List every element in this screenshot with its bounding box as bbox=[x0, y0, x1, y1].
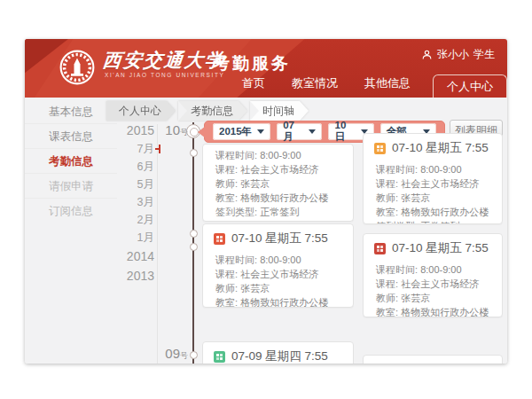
university-logo-icon bbox=[59, 49, 96, 86]
user-role: 学生 bbox=[473, 47, 495, 62]
app-window: 西安交通大学 XI'AN JIAO TONG UNIVERSITY 考勤服务 张… bbox=[25, 39, 507, 364]
timeline-node-small-2 bbox=[190, 230, 198, 238]
user-menu[interactable]: 张小小 学生 bbox=[421, 47, 495, 62]
breadcrumb: 个人中心 考勤信息 时间轴 bbox=[106, 101, 311, 121]
nav-item-classrooms[interactable]: 教室情况 bbox=[292, 75, 338, 91]
field-teacher: 教师: 张芸京 bbox=[376, 191, 495, 205]
field-teacher: 教师: 张芸京 bbox=[215, 281, 346, 295]
user-name: 张小小 bbox=[437, 47, 469, 62]
month-select[interactable]: 07月 bbox=[277, 123, 322, 140]
card-title: 07-10 星期五 7:55 bbox=[392, 240, 489, 256]
timeline-day-label-10: 10号 bbox=[149, 122, 188, 138]
person-icon bbox=[421, 49, 433, 60]
attendance-card-row3-left: 07-09 星期四 7:55 bbox=[202, 341, 354, 364]
card-header: 07-10 星期五 7:55 bbox=[364, 134, 502, 159]
field-classroom: 教室: 格物致知行政办公楼 bbox=[376, 305, 495, 317]
rail-month-june[interactable]: 6月 bbox=[117, 158, 154, 176]
card-title: 07-09 星期四 7:55 bbox=[231, 348, 328, 364]
university-name-cn: 西安交通大学 bbox=[102, 48, 227, 73]
nav-tab-personal-center[interactable]: 个人中心 bbox=[433, 74, 507, 98]
checkin-calendar-green-icon bbox=[214, 351, 225, 363]
timeline-node-small-3 bbox=[190, 243, 198, 251]
field-course: 课程: 社会主义市场经济 bbox=[376, 277, 495, 291]
current-month-marker bbox=[155, 145, 160, 153]
page-canvas: 西安交通大学 XI'AN JIAO TONG UNIVERSITY 考勤服务 张… bbox=[0, 0, 532, 399]
checkin-calendar-red-icon bbox=[374, 243, 386, 254]
main-nav: 首页 教室情况 其他信息 个人中心 bbox=[229, 74, 507, 98]
sidebar-item-subscription-info[interactable]: 订阅信息 bbox=[25, 199, 117, 223]
field-teacher: 教师: 张芸京 bbox=[215, 176, 346, 191]
timeline-day-label-09: 09号 bbox=[149, 346, 188, 362]
checkin-calendar-orange-icon bbox=[374, 143, 386, 154]
date-rail: 2015 7月 6月 5月 3月 2月 1月 2014 2013 bbox=[117, 121, 154, 286]
field-classroom: 教室: 格物致知行政办公楼 bbox=[215, 191, 346, 205]
sidebar-menu: 基本信息 课表信息 考勤信息 请假申请 订阅信息 bbox=[25, 99, 117, 223]
checkin-calendar-vermilion-icon bbox=[214, 233, 225, 245]
timeline-node-day09[interactable] bbox=[190, 351, 198, 359]
rail-month-january[interactable]: 1月 bbox=[117, 229, 154, 246]
rail-month-march[interactable]: 3月 bbox=[117, 193, 154, 211]
rail-month-may[interactable]: 5月 bbox=[117, 176, 154, 193]
field-course-time: 课程时间: 8:00-9:00 bbox=[215, 148, 346, 162]
attendance-card-row2-left: 07-10 星期五 7:55 课程时间: 8:00-9:00 课程: 社会主义市… bbox=[202, 223, 354, 308]
field-course: 课程: 社会主义市场经济 bbox=[376, 176, 495, 191]
field-course: 课程: 社会主义市场经济 bbox=[215, 267, 346, 281]
app-title: 考勤服务 bbox=[213, 52, 291, 75]
chevron-down-icon bbox=[309, 129, 316, 134]
sidebar-item-attendance-info[interactable]: 考勤信息 bbox=[25, 149, 117, 174]
card-header: 07-10 星期五 7:55 bbox=[203, 224, 353, 249]
app-header: 西安交通大学 XI'AN JIAO TONG UNIVERSITY 考勤服务 张… bbox=[25, 39, 507, 98]
sidebar-item-schedule-info[interactable]: 课表信息 bbox=[25, 124, 117, 149]
year-select[interactable]: 2015年 bbox=[213, 123, 270, 140]
breadcrumb-timeline[interactable]: 时间轴 bbox=[250, 101, 300, 121]
field-teacher: 教师: 张芸京 bbox=[376, 291, 495, 305]
field-course: 课程: 社会主义市场经济 bbox=[215, 162, 346, 176]
attendance-card-row2-right: 07-10 星期五 7:55 课程时间: 8:00-9:00 课程: 社会主义市… bbox=[363, 233, 503, 317]
rail-year-2014[interactable]: 2014 bbox=[117, 246, 154, 266]
field-checkin-type: 签到类型: 正常签到 bbox=[215, 205, 346, 219]
nav-item-other-info[interactable]: 其他信息 bbox=[364, 75, 411, 91]
field-classroom: 教室: 格物致知行政办公楼 bbox=[376, 205, 495, 219]
field-course-time: 课程时间: 8:00-9:00 bbox=[215, 253, 346, 267]
page-body: 个人中心 考勤信息 时间轴 基本信息 课表信息 考勤信息 请假申请 订阅信息 2… bbox=[25, 98, 507, 364]
card-header: 07-09 星期四 7:55 bbox=[203, 342, 353, 364]
field-checkin-type: 签到类型: 正常签到 bbox=[376, 219, 495, 224]
field-course-time: 课程时间: 8:00-9:00 bbox=[376, 262, 495, 277]
sidebar-item-basic-info[interactable]: 基本信息 bbox=[25, 99, 117, 124]
field-course-time: 课程时间: 8:00-9:00 bbox=[376, 162, 495, 176]
rail-month-february[interactable]: 2月 bbox=[117, 211, 154, 229]
rail-year-2013[interactable]: 2013 bbox=[117, 266, 154, 286]
sidebar-item-leave-request[interactable]: 请假申请 bbox=[25, 174, 117, 199]
attendance-card-row3-right-partial bbox=[363, 355, 503, 364]
card-header: 07-10 星期五 7:55 bbox=[364, 234, 502, 259]
chevron-down-icon bbox=[257, 129, 264, 134]
card-title: 07-10 星期五 7:55 bbox=[231, 231, 328, 246]
card-title: 07-10 星期五 7:55 bbox=[392, 140, 489, 156]
university-name-en: XI'AN JIAO TONG UNIVERSITY bbox=[105, 72, 224, 78]
nav-item-home[interactable]: 首页 bbox=[242, 75, 265, 91]
timeline-node-small-1 bbox=[190, 149, 198, 157]
attendance-card-row1-right: 07-10 星期五 7:55 课程时间: 8:00-9:00 课程: 社会主义市… bbox=[363, 133, 503, 224]
breadcrumb-attendance-info[interactable]: 考勤信息 bbox=[178, 101, 239, 121]
date-rail-divider bbox=[157, 124, 158, 364]
field-classroom: 教室: 格物致知行政办公楼 bbox=[215, 295, 346, 308]
attendance-card-row1-left: 课程时间: 8:00-9:00 课程: 社会主义市场经济 教师: 张芸京 教室:… bbox=[202, 144, 354, 222]
rail-month-july[interactable]: 7月 bbox=[117, 140, 154, 158]
